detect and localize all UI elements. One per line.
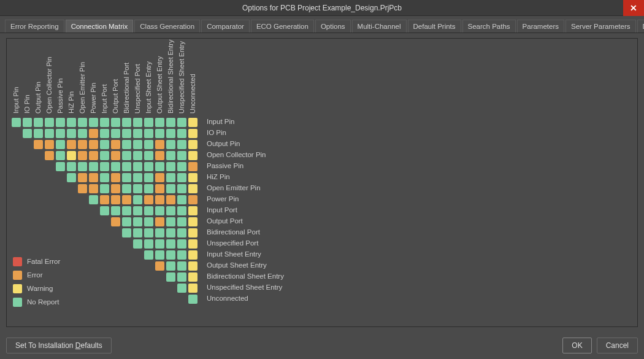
matrix-cell[interactable] [144,250,153,260]
matrix-cell[interactable] [177,228,186,237]
tab-error-reporting[interactable]: Error Reporting [5,20,64,33]
matrix-cell[interactable] [144,129,153,138]
matrix-cell[interactable] [188,173,197,182]
matrix-cell[interactable] [56,151,65,160]
matrix-cell[interactable] [166,129,175,138]
matrix-cell[interactable] [45,129,54,138]
matrix-cell[interactable] [177,173,186,182]
matrix-cell[interactable] [23,118,32,127]
matrix-cell[interactable] [122,129,131,138]
tab-server-parameters[interactable]: Server Parameters [565,20,636,33]
matrix-cell[interactable] [188,217,197,226]
matrix-cell[interactable] [188,250,197,260]
matrix-cell[interactable] [155,228,164,237]
ok-button[interactable]: OK [562,338,591,353]
matrix-cell[interactable] [166,261,175,271]
matrix-cell[interactable] [133,162,142,171]
matrix-cell[interactable] [166,272,175,282]
matrix-cell[interactable] [155,184,164,193]
matrix-cell[interactable] [155,250,164,260]
matrix-cell[interactable] [133,173,142,182]
matrix-cell[interactable] [34,129,43,138]
matrix-cell[interactable] [133,239,142,249]
matrix-cell[interactable] [133,129,142,138]
matrix-cell[interactable] [45,140,54,149]
set-defaults-button[interactable]: Set To Installation Defaults [6,338,112,353]
matrix-cell[interactable] [67,173,76,182]
matrix-cell[interactable] [100,195,109,204]
matrix-cell[interactable] [122,195,131,204]
matrix-cell[interactable] [100,151,109,160]
matrix-cell[interactable] [133,228,142,237]
matrix-cell[interactable] [78,173,87,182]
matrix-cell[interactable] [177,129,186,138]
tab-connection-matrix[interactable]: Connection Matrix [66,20,134,33]
matrix-cell[interactable] [166,195,175,204]
matrix-cell[interactable] [144,151,153,160]
matrix-cell[interactable] [177,151,186,160]
matrix-cell[interactable] [78,151,87,160]
matrix-cell[interactable] [144,217,153,226]
matrix-cell[interactable] [144,184,153,193]
matrix-cell[interactable] [166,140,175,149]
matrix-cell[interactable] [144,239,153,249]
matrix-cell[interactable] [133,140,142,149]
matrix-cell[interactable] [155,239,164,249]
matrix-cell[interactable] [56,162,65,171]
matrix-cell[interactable] [166,118,175,127]
matrix-cell[interactable] [144,195,153,204]
matrix-cell[interactable] [100,140,109,149]
matrix-cell[interactable] [111,206,120,215]
matrix-cell[interactable] [12,118,21,127]
matrix-cell[interactable] [177,162,186,171]
matrix-cell[interactable] [188,261,197,271]
close-button[interactable]: ✕ [623,0,644,16]
matrix-cell[interactable] [166,250,175,260]
matrix-cell[interactable] [155,206,164,215]
matrix-cell[interactable] [133,184,142,193]
matrix-cell[interactable] [166,228,175,237]
matrix-cell[interactable] [166,206,175,215]
matrix-cell[interactable] [111,118,120,127]
matrix-cell[interactable] [166,239,175,249]
matrix-cell[interactable] [155,261,164,271]
matrix-cell[interactable] [166,162,175,171]
tab-class-generation[interactable]: Class Generation [134,20,200,33]
matrix-cell[interactable] [56,129,65,138]
matrix-cell[interactable] [188,140,197,149]
matrix-cell[interactable] [100,184,109,193]
matrix-cell[interactable] [144,228,153,237]
matrix-cell[interactable] [111,140,120,149]
matrix-cell[interactable] [100,173,109,182]
legend-item-none[interactable]: No Report [13,295,60,309]
matrix-cell[interactable] [177,195,186,204]
matrix-cell[interactable] [23,129,32,138]
matrix-cell[interactable] [78,184,87,193]
matrix-cell[interactable] [122,118,131,127]
matrix-cell[interactable] [166,217,175,226]
matrix-cell[interactable] [133,118,142,127]
matrix-cell[interactable] [188,272,197,282]
matrix-cell[interactable] [133,217,142,226]
matrix-cell[interactable] [177,217,186,226]
matrix-cell[interactable] [155,140,164,149]
matrix-cell[interactable] [188,195,197,204]
matrix-cell[interactable] [177,250,186,260]
legend-item-warn[interactable]: Warning [13,282,60,295]
matrix-cell[interactable] [155,217,164,226]
matrix-cell[interactable] [89,173,98,182]
matrix-cell[interactable] [100,118,109,127]
tab-comparator[interactable]: Comparator [201,20,250,33]
matrix-cell[interactable] [133,206,142,215]
matrix-cell[interactable] [155,195,164,204]
tab-multi-channel[interactable]: Multi-Channel [352,20,407,33]
matrix-cell[interactable] [111,162,120,171]
matrix-cell[interactable] [177,239,186,249]
matrix-cell[interactable] [177,140,186,149]
tab-device-sh[interactable]: Device Sh [637,20,644,33]
matrix-cell[interactable] [100,129,109,138]
matrix-cell[interactable] [67,129,76,138]
tab-eco-generation[interactable]: ECO Generation [251,20,314,33]
matrix-cell[interactable] [144,140,153,149]
matrix-cell[interactable] [67,118,76,127]
